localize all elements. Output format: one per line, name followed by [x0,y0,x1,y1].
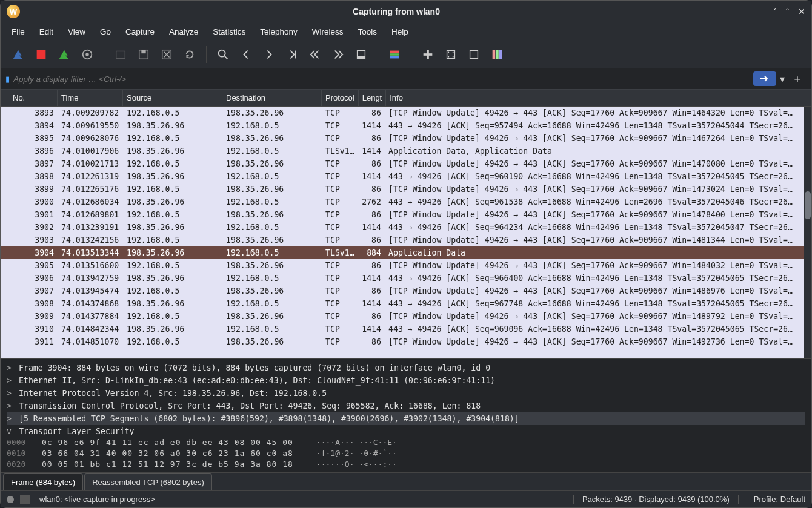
svg-rect-23 [493,50,496,59]
maximize-icon[interactable]: ˄ [785,7,790,16]
menu-telephony[interactable]: Telephony [260,27,298,36]
minimize-icon[interactable]: ˅ [773,7,777,16]
chevron-right-icon[interactable]: > [7,414,14,423]
hex-row[interactable]: 001003 66 04 31 40 00 32 06 a0 30 c6 23 … [7,449,805,460]
packet-row[interactable]: 389974.012265176192.168.0.5198.35.26.96T… [1,183,811,196]
hex-bytes: 0c 96 e6 9f 41 11 ec ad e0 db ee 43 08 0… [42,438,293,449]
last-packet-icon[interactable] [329,45,347,64]
menu-help[interactable]: Help [391,27,408,36]
svg-point-19 [453,51,454,53]
column-header-time[interactable]: Time [58,90,123,106]
chevron-right-icon[interactable]: > [7,363,14,372]
menu-statistics[interactable]: Statistics [213,27,245,36]
column-header-protocol[interactable]: Protocol [322,90,359,106]
menu-view[interactable]: View [68,27,85,36]
status-capture-text: wlan0: <live capture in progress> [39,495,155,504]
packet-row[interactable]: 389474.009619550198.35.26.96192.168.0.5T… [1,119,811,132]
next-packet-icon[interactable] [260,45,278,64]
jump-next-icon[interactable] [283,45,301,64]
colorize-icon[interactable] [385,45,404,64]
expert-info-icon[interactable] [7,496,14,503]
packet-row[interactable]: 390074.012686034198.35.26.96192.168.0.5T… [1,196,811,208]
first-packet-icon[interactable] [306,45,324,64]
packet-row[interactable]: 391074.014842344198.35.26.96192.168.0.5T… [1,323,811,335]
display-filter-input[interactable] [13,74,750,84]
zoom-out-icon[interactable] [442,45,460,64]
status-profile-text[interactable]: Profile: Default [745,495,805,504]
column-header-no[interactable]: No. [9,90,58,106]
stop-capture-button[interactable] [32,45,50,64]
packet-row[interactable]: 391174.014851070192.168.0.5198.35.26.96T… [1,335,811,348]
packet-row[interactable]: 390874.014374868198.35.26.96192.168.0.5T… [1,297,811,310]
hex-ascii: ····A··· ···C··E· [316,438,397,449]
svg-rect-14 [390,56,399,59]
chevron-right-icon[interactable]: > [7,376,14,385]
shark-fin-icon[interactable] [9,45,27,64]
resize-columns-icon[interactable] [488,45,506,64]
packet-row[interactable]: 389374.009209782192.168.0.5198.35.26.96T… [1,107,811,119]
svg-rect-12 [390,51,399,53]
packet-row[interactable]: 389774.010021713192.168.0.5198.35.26.96T… [1,157,811,170]
menu-analyze[interactable]: Analyze [169,27,198,36]
detail-row[interactable]: >Ethernet II, Src: D-LinkIn_db:ee:43 (ec… [7,374,805,387]
apply-filter-button[interactable] [753,71,776,86]
hex-row[interactable]: 00000c 96 e6 9f 41 11 ec ad e0 db ee 43 … [7,438,805,449]
detail-row[interactable]: >Frame 3904: 884 bytes on wire (7072 bit… [7,361,805,374]
packet-row[interactable]: 390174.012689801192.168.0.5198.35.26.96T… [1,208,811,221]
detail-row[interactable]: vTransport Layer Security [7,425,805,435]
restart-capture-button[interactable] [55,45,73,64]
menu-capture[interactable]: Capture [125,27,155,36]
packet-scrollbar[interactable] [804,107,811,358]
packet-row[interactable]: 390674.013942759198.35.26.96192.168.0.5T… [1,272,811,285]
column-header-lengt[interactable]: Lengt [359,90,387,106]
detail-row[interactable]: >[5 Reassembled TCP Segments (6802 bytes… [7,412,805,425]
menu-go[interactable]: Go [100,27,111,36]
detail-row[interactable]: >Transmission Control Protocol, Src Port… [7,400,805,412]
column-header-info[interactable]: Info [386,90,811,106]
open-file-icon[interactable] [111,45,130,64]
save-file-icon[interactable] [135,45,153,64]
packet-row[interactable]: 389874.012261319198.35.26.96192.168.0.5T… [1,170,811,183]
column-header-destination[interactable]: Destination [222,90,322,106]
chevron-right-icon[interactable]: > [7,401,14,411]
zoom-in-icon[interactable] [419,45,437,64]
packet-row[interactable]: 390374.013242156192.168.0.5198.35.26.96T… [1,234,811,246]
menu-wireless[interactable]: Wireless [312,27,344,36]
chevron-right-icon[interactable]: > [7,389,14,398]
menu-tools[interactable]: Tools [358,27,377,36]
hex-row[interactable]: 002000 05 01 bb c1 12 51 12 97 3c de b5 … [7,460,805,470]
capture-file-properties-icon[interactable] [20,495,30,504]
detail-text: Ethernet II, Src: D-LinkIn_db:ee:43 (ec:… [19,376,495,385]
menu-file[interactable]: File [12,27,25,36]
reload-icon[interactable] [181,45,199,64]
autoscroll-icon[interactable] [352,45,370,64]
packet-row[interactable]: 389674.010017906198.35.26.96192.168.0.5T… [1,145,811,157]
search-icon[interactable] [214,45,232,64]
zoom-reset-icon[interactable] [465,45,483,64]
prev-packet-icon[interactable] [237,45,255,64]
detail-row[interactable]: >Internet Protocol Version 4, Src: 198.3… [7,387,805,400]
packet-row[interactable]: 390774.013945474192.168.0.5198.35.26.96T… [1,285,811,297]
column-header-source[interactable]: Source [123,90,222,106]
bytes-tab[interactable]: Frame (884 bytes) [3,473,83,490]
packet-row[interactable]: 390574.013516600192.168.0.5198.35.26.96T… [1,259,811,272]
packet-bytes-pane[interactable]: 00000c 96 e6 9f 41 11 ec ad e0 db ee 43 … [1,435,811,472]
packet-row[interactable]: 389574.009628076192.168.0.5198.35.26.96T… [1,132,811,145]
add-filter-button[interactable]: ＋ [788,71,807,86]
svg-rect-5 [141,50,145,54]
packet-row[interactable]: 390474.013513344198.35.26.96192.168.0.5T… [1,246,811,259]
options-icon[interactable] [78,45,96,64]
packet-row[interactable]: 390974.014377884192.168.0.5198.35.26.96T… [1,310,811,323]
menu-edit[interactable]: Edit [39,27,53,36]
close-icon[interactable]: ✕ [798,7,805,16]
bookmark-icon[interactable]: ▮ [5,74,10,84]
detail-text: Transmission Control Protocol, Src Port:… [19,401,481,411]
hex-addr: 0000 [7,438,31,449]
packet-list-rows[interactable]: 389374.009209782192.168.0.5198.35.26.96T… [1,107,811,358]
packet-row[interactable]: 390274.013239191198.35.26.96192.168.0.5T… [1,221,811,234]
packet-list-headers[interactable]: No.TimeSourceDestinationProtocolLengtInf… [1,90,811,107]
chevron-down-icon[interactable]: v [7,427,14,435]
packet-details-pane[interactable]: >Frame 3904: 884 bytes on wire (7072 bit… [1,358,811,435]
close-file-icon[interactable] [158,45,176,64]
bytes-tab[interactable]: Reassembled TCP (6802 bytes) [84,473,212,490]
